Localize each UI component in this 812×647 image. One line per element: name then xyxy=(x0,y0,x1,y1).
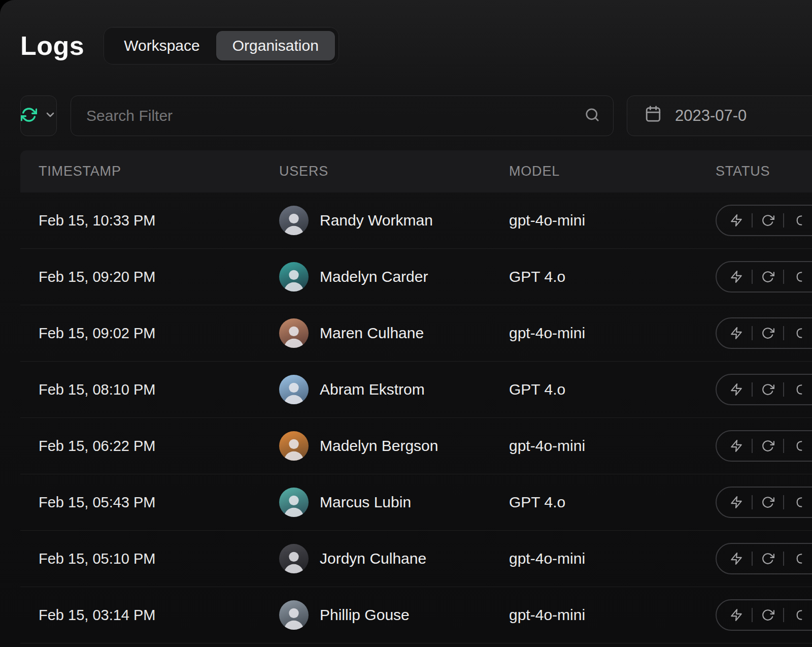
divider xyxy=(752,439,753,453)
col-timestamp: TIMESTAMP xyxy=(20,164,279,179)
divider xyxy=(752,495,753,509)
bolt-icon[interactable] xyxy=(730,552,743,565)
status-actions xyxy=(716,374,812,405)
user-avatar xyxy=(279,375,309,404)
user-name: Phillip Gouse xyxy=(320,606,410,624)
model-cell: gpt-4o-mini xyxy=(509,606,716,624)
more-status-icon[interactable] xyxy=(793,383,806,396)
table-row[interactable]: Feb 15, 08:10 PM Abram Ekstrom GPT 4.o xyxy=(20,362,812,418)
model-cell: gpt-4o-mini xyxy=(509,212,716,229)
user-name: Madelyn Carder xyxy=(320,268,428,285)
status-actions xyxy=(716,261,812,293)
scope-tabs: Workspace Organisation xyxy=(104,27,339,64)
timestamp-cell: Feb 15, 09:20 PM xyxy=(20,269,279,285)
retry-icon[interactable] xyxy=(761,552,774,565)
timestamp-cell: Feb 15, 03:14 PM xyxy=(20,607,279,624)
chevron-down-icon xyxy=(44,109,56,123)
model-cell: gpt-4o-mini xyxy=(509,437,716,455)
bolt-icon[interactable] xyxy=(730,270,743,283)
status-actions xyxy=(716,487,812,518)
model-cell: GPT 4.o xyxy=(509,268,716,285)
table-row[interactable]: Feb 15, 09:02 PM Maren Culhane gpt-4o-mi… xyxy=(20,305,812,362)
user-name: Jordyn Culhane xyxy=(320,550,426,567)
user-name: Madelyn Bergson xyxy=(320,437,438,455)
user-avatar xyxy=(279,431,309,461)
divider xyxy=(752,552,753,566)
more-status-icon[interactable] xyxy=(793,270,806,283)
more-status-icon[interactable] xyxy=(793,439,806,452)
user-avatar xyxy=(279,318,309,348)
date-value: 2023-07-0 xyxy=(675,107,747,125)
table-row[interactable]: Feb 15, 05:43 PM Marcus Lubin GPT 4.o xyxy=(20,474,812,531)
retry-icon[interactable] xyxy=(761,327,774,340)
timestamp-cell: Feb 15, 08:10 PM xyxy=(20,381,279,398)
divider xyxy=(752,213,753,228)
table-row[interactable]: Feb 15, 06:22 PM Madelyn Bergson gpt-4o-… xyxy=(20,418,812,474)
user-avatar xyxy=(279,600,309,630)
model-cell: GPT 4.o xyxy=(509,381,716,398)
bolt-icon[interactable] xyxy=(730,383,743,396)
user-name: Randy Workman xyxy=(320,212,433,229)
timestamp-cell: Feb 15, 09:02 PM xyxy=(20,325,279,342)
logs-page: Logs Workspace Organisation 2023-07- xyxy=(0,0,812,647)
timestamp-cell: Feb 15, 05:10 PM xyxy=(20,551,279,567)
divider xyxy=(783,382,784,397)
status-actions xyxy=(716,317,812,349)
bolt-icon[interactable] xyxy=(730,214,743,227)
model-cell: GPT 4.o xyxy=(509,494,716,511)
retry-icon[interactable] xyxy=(761,383,774,396)
model-cell: gpt-4o-mini xyxy=(509,550,716,567)
divider xyxy=(783,552,784,566)
bolt-icon[interactable] xyxy=(730,608,743,622)
divider xyxy=(752,382,753,397)
divider xyxy=(752,270,753,284)
status-actions xyxy=(716,599,812,631)
retry-icon[interactable] xyxy=(761,608,774,622)
more-status-icon[interactable] xyxy=(793,608,806,622)
tab-workspace[interactable]: Workspace xyxy=(108,31,216,60)
status-actions xyxy=(716,543,812,574)
divider xyxy=(783,213,784,228)
table-row[interactable]: Feb 15, 09:20 PM Madelyn Carder GPT 4.o xyxy=(20,249,812,305)
user-name: Abram Ekstrom xyxy=(320,381,425,398)
divider xyxy=(783,326,784,340)
more-status-icon[interactable] xyxy=(793,327,806,340)
retry-icon[interactable] xyxy=(761,214,774,227)
divider xyxy=(752,326,753,340)
model-cell: gpt-4o-mini xyxy=(509,325,716,342)
table-header: TIMESTAMP USERS MODEL STATUS xyxy=(20,150,812,192)
search-input[interactable] xyxy=(71,96,613,136)
retry-icon[interactable] xyxy=(761,439,774,452)
bolt-icon[interactable] xyxy=(730,496,743,509)
user-avatar xyxy=(279,206,309,235)
tab-organisation[interactable]: Organisation xyxy=(216,31,335,60)
user-avatar xyxy=(279,544,309,573)
table-row[interactable]: Feb 15, 05:10 PM Jordyn Culhane gpt-4o-m… xyxy=(20,531,812,587)
search-filter xyxy=(71,95,614,136)
retry-icon[interactable] xyxy=(761,270,774,283)
date-picker-button[interactable]: 2023-07-0 xyxy=(627,95,812,136)
page-title: Logs xyxy=(20,30,84,61)
col-status: STATUS xyxy=(716,164,812,179)
toolbar: 2023-07-0 xyxy=(20,95,812,136)
table-row[interactable]: Feb 15, 03:14 PM Phillip Gouse gpt-4o-mi… xyxy=(20,587,812,643)
user-name: Maren Culhane xyxy=(320,325,424,342)
page-header: Logs Workspace Organisation xyxy=(20,26,812,65)
search-icon xyxy=(585,107,600,124)
more-status-icon[interactable] xyxy=(793,496,806,509)
divider xyxy=(783,439,784,453)
col-model: MODEL xyxy=(509,164,716,179)
retry-icon[interactable] xyxy=(761,496,774,509)
user-avatar xyxy=(279,488,309,517)
bolt-icon[interactable] xyxy=(730,327,743,340)
timestamp-cell: Feb 15, 05:43 PM xyxy=(20,494,279,511)
bolt-icon[interactable] xyxy=(730,439,743,452)
timestamp-cell: Feb 15, 10:33 PM xyxy=(20,212,279,229)
refresh-button[interactable] xyxy=(20,95,57,136)
divider xyxy=(783,608,784,622)
more-status-icon[interactable] xyxy=(793,552,806,565)
table-row[interactable]: Feb 15, 10:33 PM Randy Workman gpt-4o-mi… xyxy=(20,192,812,249)
divider xyxy=(783,495,784,509)
more-status-icon[interactable] xyxy=(793,214,806,227)
user-avatar xyxy=(279,262,309,292)
